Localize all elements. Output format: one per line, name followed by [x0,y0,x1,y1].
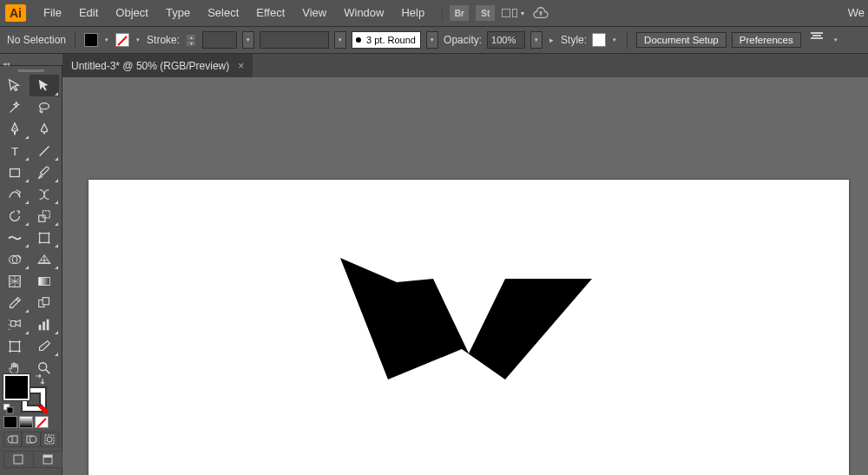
svg-point-28 [39,362,47,370]
svg-rect-6 [39,215,45,221]
fill-color-box[interactable] [3,374,30,400]
draw-normal-icon[interactable] [3,432,22,447]
panel-grip-icon[interactable] [0,66,62,75]
free-transform-tool[interactable] [30,227,59,248]
svg-point-9 [19,236,21,238]
line-segment-tool[interactable] [30,140,59,162]
perspective-grid-tool[interactable] [30,248,59,270]
stock-icon[interactable]: St [476,5,495,21]
brush-definition[interactable]: 3 pt. Round [352,31,421,49]
chevron-down-icon[interactable]: ▾ [136,36,140,43]
svg-point-23 [9,328,10,329]
menu-window[interactable]: Window [335,0,392,26]
preferences-button[interactable]: Preferences [732,32,801,48]
svg-rect-20 [43,297,49,304]
chevron-right-icon[interactable]: ▸ [549,36,554,44]
menu-bar: Ai File Edit Object Type Select Effect V… [0,0,868,26]
paintbrush-tool[interactable] [30,162,59,183]
menu-help[interactable]: Help [392,0,433,26]
close-icon[interactable]: × [238,60,244,72]
scale-tool[interactable] [30,205,59,227]
menu-file[interactable]: File [35,0,70,26]
svg-point-8 [9,236,10,238]
document-tab[interactable]: Untitled-3* @ 50% (RGB/Preview) × [62,54,253,77]
illustrator-logo-icon: Ai [5,4,26,22]
menu-view[interactable]: View [293,0,335,26]
arrange-documents-icon[interactable]: ▾ [502,9,524,17]
svg-point-1 [14,128,16,129]
chevron-down-icon[interactable]: ▾ [242,31,254,49]
color-mode-button[interactable] [3,416,17,428]
artboard[interactable] [89,180,849,475]
variable-width-profile[interactable] [260,31,329,49]
direct-selection-tool[interactable] [30,75,59,96]
artboard-tool[interactable] [0,335,30,357]
sync-settings-icon[interactable] [531,6,550,20]
document-tab-title: Untitled-3* @ 50% (RGB/Preview) [71,60,229,72]
type-tool[interactable]: T [0,140,30,162]
eyedropper-tool[interactable] [0,292,30,313]
svg-rect-38 [14,455,23,464]
stroke-label: Stroke: [147,34,180,46]
chevron-down-icon[interactable]: ▾ [613,36,616,43]
chevron-down-icon[interactable]: ▾ [426,31,438,49]
eraser-tool[interactable] [30,183,59,205]
workspace-switcher[interactable]: We [848,6,865,19]
swap-fill-stroke-icon[interactable] [33,374,45,386]
menu-effect[interactable]: Effect [247,0,293,26]
fill-swatch[interactable] [84,33,98,47]
svg-point-35 [30,436,36,443]
svg-point-21 [9,319,10,320]
magic-wand-tool[interactable] [0,96,30,118]
stroke-swatch[interactable] [115,33,129,47]
svg-rect-40 [43,455,52,458]
chevron-down-icon[interactable]: ▾ [105,36,108,43]
menu-object[interactable]: Object [107,0,157,26]
menu-select[interactable]: Select [199,0,247,26]
blend-tool[interactable] [30,292,59,313]
selection-tool[interactable] [0,75,30,96]
draw-behind-icon[interactable] [22,432,40,447]
gradient-mode-button[interactable] [19,416,33,428]
svg-rect-27 [10,341,20,351]
slice-tool[interactable] [30,335,59,357]
draw-inside-icon[interactable] [41,432,59,447]
change-screen-mode-icon[interactable] [34,452,62,467]
canvas-area[interactable] [62,77,868,475]
shaper-tool[interactable] [0,183,30,205]
pen-tool[interactable] [0,118,30,140]
chevron-down-icon[interactable]: ▾ [834,36,838,43]
shape-builder-tool[interactable] [0,248,30,270]
gradient-tool[interactable] [30,270,59,292]
vector-shape[interactable] [340,258,592,387]
default-fill-stroke-icon[interactable] [3,402,14,412]
width-tool[interactable] [0,227,30,248]
fill-stroke-swatch[interactable] [3,374,47,412]
lasso-tool[interactable] [30,96,59,118]
menu-type[interactable]: Type [157,0,199,26]
svg-rect-10 [40,233,49,242]
opacity-field[interactable]: 100% [487,31,525,49]
graphic-style-swatch[interactable] [592,33,606,47]
chevron-down-icon[interactable]: ▾ [334,31,346,49]
stroke-weight-stepper[interactable]: ▴▾ [187,35,195,46]
svg-rect-24 [39,325,42,330]
menu-edit[interactable]: Edit [70,0,107,26]
symbol-sprayer-tool[interactable] [0,313,30,335]
rotate-tool[interactable] [0,205,30,227]
chevron-down-icon[interactable]: ▾ [530,31,542,49]
align-options-icon[interactable] [806,32,827,48]
svg-line-4 [40,146,49,155]
document-setup-button[interactable]: Document Setup [636,32,727,48]
column-graph-tool[interactable] [30,313,59,335]
bridge-icon[interactable]: Br [450,5,469,21]
svg-point-22 [9,324,10,325]
mesh-tool[interactable] [0,270,30,292]
normal-screen-mode-icon[interactable] [4,452,34,467]
none-mode-button[interactable] [35,416,49,428]
svg-point-14 [48,241,49,243]
stroke-weight-field[interactable] [202,31,237,49]
rectangle-tool[interactable] [0,162,30,183]
svg-point-13 [39,241,41,243]
curvature-tool[interactable] [30,118,59,140]
